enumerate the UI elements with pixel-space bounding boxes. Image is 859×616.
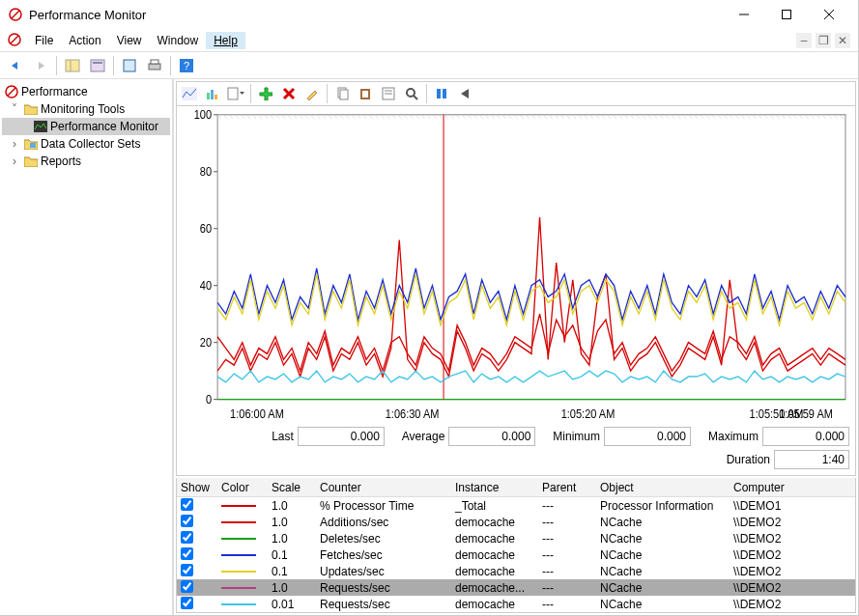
color-swatch: [221, 521, 256, 523]
forward-button[interactable]: [29, 55, 52, 76]
update-button[interactable]: [454, 83, 475, 104]
col-computer[interactable]: Computer: [730, 481, 855, 494]
scale-cell: 1.0: [268, 581, 316, 595]
col-scale[interactable]: Scale: [268, 481, 316, 494]
last-value: 0.000: [298, 427, 385, 446]
col-counter[interactable]: Counter: [316, 481, 451, 494]
properties-button[interactable]: [378, 83, 399, 104]
expander-icon[interactable]: ›: [8, 154, 21, 168]
help-button[interactable]: ?: [175, 55, 198, 76]
parent-cell: ---: [538, 499, 596, 513]
expander-icon[interactable]: ˅: [8, 102, 21, 116]
perf-chart[interactable]: 0204060801001:06:00 AM1:06:30 AM1:05:20 …: [177, 106, 855, 425]
zoom-button[interactable]: [401, 83, 422, 104]
col-color[interactable]: Color: [217, 481, 268, 494]
counter-row[interactable]: 0.01Requests/secdemocache---NCache\\DEMO…: [177, 596, 855, 612]
shell-toolbar: ?: [0, 52, 858, 79]
counter-row[interactable]: 1.0% Processor Time_Total---Processor In…: [177, 497, 855, 514]
scale-cell: 0.01: [268, 598, 316, 611]
menu-file[interactable]: File: [27, 32, 61, 49]
back-button[interactable]: [4, 55, 27, 76]
show-checkbox[interactable]: [181, 498, 193, 511]
delete-counter-button[interactable]: [278, 83, 300, 104]
paste-button[interactable]: [355, 83, 376, 104]
show-checkbox[interactable]: [181, 580, 193, 593]
color-swatch: [221, 505, 256, 507]
mdi-restore-icon[interactable]: ❐: [816, 33, 831, 48]
counter-grid[interactable]: Show Color Scale Counter Instance Parent…: [176, 478, 856, 613]
view-histogram-button[interactable]: [202, 83, 223, 104]
computer-cell: \\DEMO2: [730, 581, 855, 595]
properties-button[interactable]: [86, 55, 109, 76]
copy-button[interactable]: [331, 83, 353, 104]
menu-window[interactable]: Window: [150, 32, 207, 49]
show-checkbox[interactable]: [181, 547, 193, 560]
close-button[interactable]: [808, 1, 850, 28]
svg-rect-24: [215, 95, 217, 99]
tree-monitoring-tools[interactable]: ˅ Monitoring Tools: [2, 100, 170, 118]
computer-cell: \\DEMO2: [730, 565, 855, 578]
counter-row[interactable]: 0.1Updates/secdemocache---NCache\\DEMO2: [177, 563, 855, 579]
col-instance[interactable]: Instance: [451, 481, 538, 494]
svg-text:60: 60: [200, 223, 212, 236]
counter-row[interactable]: 1.0Deletes/secdemocache---NCache\\DEMO2: [177, 530, 855, 546]
expander-icon[interactable]: ›: [8, 137, 21, 151]
svg-text:0: 0: [206, 394, 212, 406]
show-hide-tree-button[interactable]: [61, 55, 84, 76]
counter-row[interactable]: 1.0Additions/secdemocache---NCache\\DEMO…: [177, 514, 855, 530]
computer-cell: \\DEMO1: [730, 499, 855, 513]
view-report-dropdown[interactable]: [225, 83, 246, 104]
show-checkbox[interactable]: [181, 531, 193, 544]
svg-text:20: 20: [200, 337, 212, 350]
counter-row[interactable]: 0.1Fetches/secdemocache---NCache\\DEMO2: [177, 546, 855, 563]
show-checkbox[interactable]: [181, 564, 193, 576]
svg-rect-12: [124, 60, 135, 71]
tree-data-collector-sets[interactable]: › Data Collector Sets: [2, 135, 170, 153]
col-show[interactable]: Show: [177, 481, 217, 494]
tree-root-performance[interactable]: Performance: [2, 83, 170, 100]
counter-row[interactable]: 1.0Requests/secdemocache...---NCache\\DE…: [177, 579, 855, 596]
instance-cell: democache: [451, 548, 538, 562]
menu-action[interactable]: Action: [61, 32, 108, 49]
duration-row: Duration 1:40: [177, 446, 855, 475]
print-button[interactable]: [143, 55, 166, 76]
scale-cell: 0.1: [268, 548, 316, 562]
scale-cell: 0.1: [268, 565, 316, 578]
console-tree[interactable]: Performance ˅ Monitoring Tools Performan…: [0, 79, 174, 615]
counter-cell: Requests/sec: [316, 581, 451, 595]
perfmon-icon: [33, 119, 48, 134]
mdi-controls: – ❐ ✕: [796, 33, 854, 48]
add-counter-button[interactable]: [255, 83, 276, 104]
maximize-button[interactable]: [765, 1, 808, 28]
svg-point-33: [407, 89, 415, 97]
tree-reports[interactable]: › Reports: [2, 153, 170, 170]
mdi-minimize-icon[interactable]: –: [796, 33, 812, 48]
show-checkbox[interactable]: [181, 597, 193, 609]
tree-performance-monitor[interactable]: Performance Monitor: [2, 118, 170, 135]
parent-cell: ---: [538, 548, 596, 562]
freeze-button[interactable]: [431, 83, 452, 104]
view-chart-button[interactable]: [179, 83, 200, 104]
export-button[interactable]: [118, 55, 141, 76]
menu-view[interactable]: View: [109, 32, 150, 49]
instance-cell: _Total: [451, 499, 538, 513]
window-title: Performance Monitor: [29, 8, 723, 22]
col-object[interactable]: Object: [596, 481, 730, 494]
show-checkbox[interactable]: [181, 515, 193, 527]
app-icon: [8, 7, 23, 22]
svg-line-7: [11, 36, 18, 43]
titlebar: Performance Monitor: [0, 0, 858, 29]
highlight-button[interactable]: [301, 83, 323, 104]
object-cell: NCache: [596, 532, 730, 546]
maximum-value: 0.000: [762, 427, 849, 446]
col-parent[interactable]: Parent: [538, 481, 596, 494]
mdi-close-icon[interactable]: ✕: [835, 33, 850, 48]
menu-help[interactable]: Help: [206, 32, 245, 49]
svg-text:100: 100: [194, 109, 212, 122]
svg-rect-22: [207, 93, 210, 99]
menubar: File Action View Window Help – ❐ ✕: [0, 29, 858, 52]
counter-cell: Updates/sec: [316, 565, 451, 578]
svg-rect-36: [443, 89, 446, 98]
svg-rect-23: [211, 90, 214, 99]
minimize-button[interactable]: [723, 1, 765, 28]
